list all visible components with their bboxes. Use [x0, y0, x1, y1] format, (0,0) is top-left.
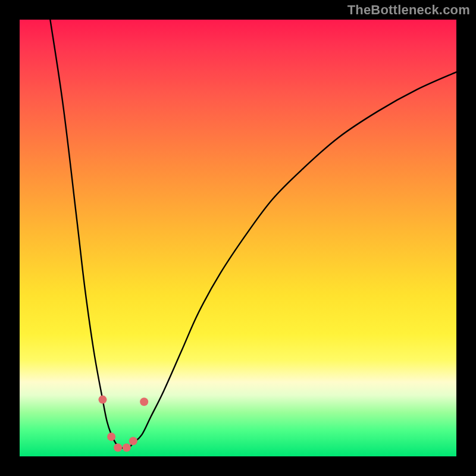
curve-dot	[140, 397, 148, 406]
curve-dot	[123, 443, 131, 452]
chart-frame: TheBottleneck.com	[0, 0, 476, 476]
curve-markers	[98, 396, 148, 452]
curve-dot	[129, 437, 137, 445]
watermark-text: TheBottleneck.com	[347, 2, 470, 18]
bottleneck-curve	[50, 20, 456, 448]
curve-dot	[107, 433, 115, 441]
curve-layer	[20, 20, 456, 456]
curve-dot	[98, 396, 107, 404]
plot-area	[20, 20, 456, 456]
curve-dot	[114, 443, 122, 452]
